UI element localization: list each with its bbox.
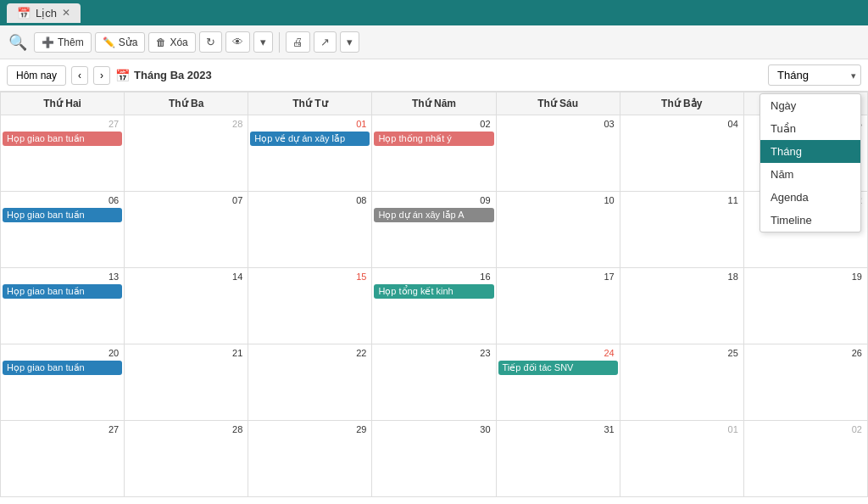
navbar-left: Hôm nay ‹ › 📅 Tháng Ba 2023: [7, 65, 212, 86]
calendar-day-cell: 06Họp giao ban tuần: [1, 192, 125, 268]
day-number: 29: [250, 423, 370, 436]
calendar-day-cell: 31: [496, 421, 620, 497]
view-dropdown-button[interactable]: ▾: [253, 31, 273, 53]
sua-button[interactable]: ✏️ Sửa: [95, 32, 146, 53]
calendar-event[interactable]: Tiếp đối tác SNV: [498, 361, 618, 375]
share-button[interactable]: ↗: [314, 31, 337, 53]
calendar-day-cell: 28: [125, 115, 248, 192]
calendar-event[interactable]: Họp giao ban tuần: [3, 208, 122, 222]
menu-item-agenda[interactable]: Agenda: [760, 186, 860, 209]
more-button[interactable]: ▾: [340, 31, 359, 53]
calendar-day-cell: 28: [125, 421, 248, 497]
calendar-day-cell: 11: [620, 192, 743, 268]
day-number: 04: [622, 117, 742, 131]
calendar-day-header: Thứ Sáu: [496, 92, 620, 115]
day-number: 20: [3, 346, 122, 360]
calendar-icon: 📅: [17, 7, 31, 20]
view-button[interactable]: 👁: [225, 31, 250, 53]
calendar-day-cell: 20Họp giao ban tuần: [1, 344, 125, 421]
day-number: 28: [126, 423, 246, 436]
calendar-day-cell: 09Họp dự án xây lắp A: [372, 192, 496, 268]
calendar-week-row: 20Họp giao ban tuần21222324Tiếp đối tác …: [1, 344, 868, 421]
menu-item-nam[interactable]: Năm: [760, 163, 860, 186]
calendar-event[interactable]: Họp về dự án xây lắp: [250, 132, 370, 146]
calendar-day-cell: 17: [496, 268, 620, 344]
search-icon: 🔍: [5, 33, 31, 52]
menu-item-tuan[interactable]: Tuần: [760, 117, 860, 140]
calendar-day-cell: 02Họp thống nhất ý: [372, 115, 496, 192]
title-bar: 📅 Lịch ✕: [0, 0, 868, 25]
them-button[interactable]: ➕ Thêm: [34, 32, 92, 53]
tab-label: Lịch: [36, 7, 57, 20]
calendar-event[interactable]: Họp dự án xây lắp A: [374, 208, 493, 222]
day-number: 30: [374, 423, 493, 436]
view-select-input[interactable]: Tháng: [768, 64, 861, 86]
calendar-day-cell: 10: [496, 192, 620, 268]
day-number: 11: [622, 193, 742, 207]
calendar-day-header: Thứ Hai: [1, 92, 125, 115]
toolbar-separator: [279, 32, 280, 53]
delete-icon: 🗑: [156, 36, 166, 48]
day-number: 26: [746, 346, 865, 360]
calendar-day-cell: 27: [1, 421, 125, 497]
menu-item-timeline[interactable]: Timeline: [760, 209, 860, 232]
calendar-event[interactable]: Họp giao ban tuần: [3, 361, 122, 375]
day-number: 03: [498, 117, 618, 131]
refresh-button[interactable]: ↻: [199, 31, 222, 53]
day-number: 06: [3, 193, 122, 207]
day-number: 25: [622, 346, 742, 360]
navbar: Hôm nay ‹ › 📅 Tháng Ba 2023 Tháng ▾: [0, 59, 868, 92]
toolbar: 🔍 ➕ Thêm ✏️ Sửa 🗑 Xóa ↻ 👁 ▾ 🖨 ↗ ▾: [0, 25, 868, 59]
calendar-wrapper: Thứ HaiThứ BaThứ TưThứ NămThứ SáuThứ Bảy…: [0, 92, 868, 501]
calendar-header-row: Thứ HaiThứ BaThứ TưThứ NămThứ SáuThứ Bảy…: [1, 92, 868, 115]
day-number: 15: [250, 270, 370, 283]
day-number: 21: [126, 346, 246, 360]
day-number: 14: [126, 270, 246, 283]
lich-tab[interactable]: 📅 Lịch ✕: [7, 3, 81, 23]
day-number: 31: [498, 423, 618, 436]
calendar-day-cell: 03: [496, 115, 620, 192]
day-number: 02: [374, 117, 493, 131]
calendar-day-cell: 24Tiếp đối tác SNV: [496, 344, 620, 421]
edit-icon: ✏️: [103, 36, 115, 48]
day-number: 23: [374, 346, 493, 360]
day-number: 13: [3, 270, 122, 283]
xoa-button[interactable]: 🗑 Xóa: [148, 32, 195, 53]
calendar-day-cell: 23: [372, 344, 496, 421]
calendar-event[interactable]: Họp giao ban tuần: [3, 284, 122, 299]
calendar-day-cell: 15: [248, 268, 372, 344]
view-selector[interactable]: Tháng ▾: [768, 64, 861, 86]
calendar-day-cell: 08: [248, 192, 372, 268]
calendar-day-cell: 16Họp tổng kết kinh: [372, 268, 496, 344]
calendar-day-header: Thứ Bảy: [620, 92, 743, 115]
close-tab-button[interactable]: ✕: [62, 7, 70, 19]
day-number: 02: [746, 423, 865, 436]
day-number: 08: [250, 193, 370, 207]
menu-item-ngay[interactable]: Ngày: [760, 94, 860, 117]
calendar-day-cell: 04: [620, 115, 743, 192]
calendar-day-cell: 07: [125, 192, 248, 268]
day-number: 19: [746, 270, 865, 283]
month-title: 📅 Tháng Ba 2023: [115, 69, 212, 82]
day-number: 10: [498, 193, 618, 207]
calendar-day-header: Thứ Năm: [372, 92, 496, 115]
calendar-day-header: Thứ Tư: [248, 92, 372, 115]
calendar-event[interactable]: Họp giao ban tuần: [3, 132, 122, 146]
calendar-event[interactable]: Họp tổng kết kinh: [374, 284, 493, 299]
calendar-day-cell: 25: [620, 344, 743, 421]
day-number: 07: [126, 193, 246, 207]
calendar-day-cell: 27Họp giao ban tuần: [1, 115, 125, 192]
day-number: 17: [498, 270, 618, 283]
menu-item-thang[interactable]: Tháng: [760, 140, 860, 163]
calendar-event[interactable]: Họp thống nhất ý: [374, 132, 493, 146]
calendar-day-cell: 30: [372, 421, 496, 497]
calendar-week-row: 27282930310102: [1, 421, 868, 497]
day-number: 18: [622, 270, 742, 283]
print-button[interactable]: 🖨: [286, 31, 310, 53]
calendar-day-cell: 26: [743, 344, 867, 421]
plus-icon: ➕: [42, 36, 54, 48]
next-button[interactable]: ›: [93, 66, 110, 85]
prev-button[interactable]: ‹: [71, 66, 88, 85]
calendar-day-header: Thứ Ba: [125, 92, 248, 115]
today-button[interactable]: Hôm nay: [7, 65, 66, 86]
